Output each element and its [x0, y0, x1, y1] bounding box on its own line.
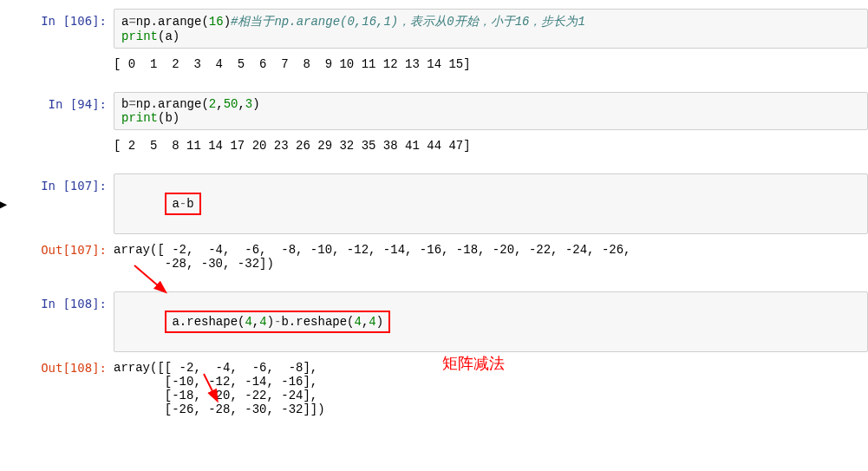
prompt-out-107: Out[107]: [7, 238, 114, 271]
prompt-in-108: In [108]: [7, 291, 114, 352]
cell-94-input: In [94]: b=np.arange(2,50,3) print(b) [0, 92, 868, 130]
run-cell-marker[interactable]: ▶ [0, 173, 7, 234]
prompt-in-107: In [107]: [7, 173, 114, 234]
cell-106-output: [ 0 1 2 3 4 5 6 7 8 9 10 11 12 13 14 15] [0, 52, 868, 71]
cell-marker [0, 134, 7, 153]
result-107: array([ -2, -4, -6, -8, -10, -12, -14, -… [114, 238, 868, 271]
cell-108-input: In [108]: a.reshape(4,4)-b.reshape(4,4) [0, 291, 868, 352]
code-input-94[interactable]: b=np.arange(2,50,3) print(b) [114, 92, 868, 130]
cell-94-output: [ 2 5 8 11 14 17 20 23 26 29 32 35 38 41… [0, 134, 868, 153]
cell-marker [0, 356, 7, 416]
cell-107-output: Out[107]: array([ -2, -4, -6, -8, -10, -… [0, 238, 868, 271]
annotation-label: 矩阵减法 [442, 353, 505, 374]
cell-marker [0, 52, 7, 71]
highlight-box-107: a-b [165, 193, 200, 215]
stdout-94: [ 2 5 8 11 14 17 20 23 26 29 32 35 38 41… [114, 134, 868, 153]
code-input-108[interactable]: a.reshape(4,4)-b.reshape(4,4) [114, 291, 868, 352]
prompt-empty [7, 134, 114, 153]
stdout-106: [ 0 1 2 3 4 5 6 7 8 9 10 11 12 13 14 15] [114, 52, 868, 71]
prompt-empty [7, 52, 114, 71]
cell-marker [0, 238, 7, 271]
prompt-in-106: In [106]: [7, 9, 114, 49]
prompt-out-108: Out[108]: [7, 356, 114, 416]
prompt-in-94: In [94]: [7, 92, 114, 130]
cell-marker [0, 92, 7, 130]
highlight-box-108: a.reshape(4,4)-b.reshape(4,4) [165, 311, 390, 333]
cell-106-input: In [106]: a=np.arange(16)#相当于np.arange(0… [0, 9, 868, 49]
cell-107-input: ▶ In [107]: a-b [0, 173, 868, 234]
cell-108-output: Out[108]: array([[ -2, -4, -6, -8], [-10… [0, 356, 868, 416]
code-input-106[interactable]: a=np.arange(16)#相当于np.arange(0,16,1)，表示从… [114, 9, 868, 49]
code-input-107[interactable]: a-b [114, 173, 868, 234]
cell-marker [0, 9, 7, 49]
cell-marker [0, 291, 7, 352]
